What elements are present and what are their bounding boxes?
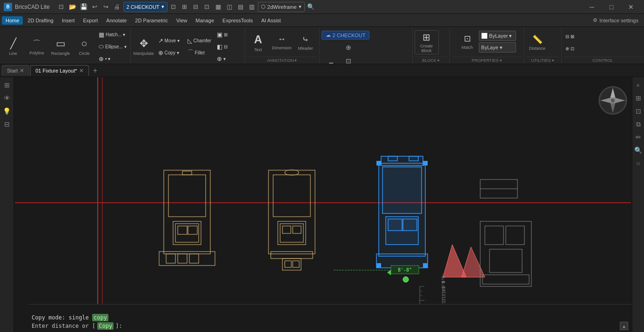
distance-button[interactable]: 📏 Distance	[526, 30, 549, 55]
qa-extra7[interactable]: ▤	[235, 2, 246, 12]
bylaye-arrow: ▾	[500, 45, 503, 51]
dimension-button[interactable]: ↔ Dimension	[271, 30, 293, 55]
ctrl1[interactable]: ⊟⊠	[564, 31, 591, 42]
ctrl2[interactable]: ⊕⊡	[564, 43, 591, 54]
match-icon: ⊡	[464, 33, 471, 44]
menu-2d-drafting[interactable]: 2D Drafting	[24, 16, 57, 25]
file-name: 2 CHECKOUT	[127, 4, 160, 10]
polyline-button[interactable]: ⌒ Polyline	[26, 34, 48, 59]
menu-export[interactable]: Export	[80, 16, 102, 25]
sidebar-btn-panel[interactable]: ⊞	[1, 79, 13, 91]
ellipse-button[interactable]: ⬭ Ellipse... ▾	[97, 41, 128, 52]
menu-annotate[interactable]: Annotate	[102, 16, 130, 25]
mleader-button[interactable]: ⤷ Mleader	[295, 30, 317, 55]
manipulate-button[interactable]: ✥ Manipulate	[133, 34, 155, 59]
minimize-button[interactable]: ─	[583, 0, 601, 14]
modify-more3[interactable]: ⊕ ▾	[215, 53, 243, 64]
copy-button[interactable]: ⊕ Copy ▾	[156, 47, 184, 58]
layer-controls: ⊕ ⊡ ⊟ ⊠	[342, 41, 355, 64]
text-button[interactable]: A Text	[247, 30, 269, 55]
fillet-button[interactable]: ⌒ Fillet	[186, 47, 214, 58]
svg-point-70	[611, 99, 615, 102]
menu-2d-parametric[interactable]: 2D Parametric	[131, 16, 171, 25]
move-icon: ↗	[158, 37, 163, 44]
qa-extra6[interactable]: ◫	[224, 2, 235, 12]
right-sidebar-panel1[interactable]: ⊞	[632, 92, 644, 104]
chamfer-button[interactable]: ◺ Chamfer	[186, 35, 214, 46]
create-block-icon: ⊞	[423, 32, 430, 43]
right-sidebar-panel3[interactable]: ⧉	[632, 118, 644, 130]
properties-section: ⊡ Match ByLayer ▾ ByLaye ▾ PROPERTI	[450, 27, 524, 64]
qa-new[interactable]: ⊡	[56, 2, 67, 12]
bylayer-color-dropdown[interactable]: ByLayer ▾	[479, 31, 516, 41]
canvas-area[interactable]: 8'-8" -8.0 -9.0 -10 -11 -12 -13.0	[14, 77, 632, 332]
rectangle-button[interactable]: ▭ Rectangle	[49, 34, 72, 59]
close-button[interactable]: ✕	[622, 0, 640, 14]
modify-more1[interactable]: ▣ ⊞	[215, 29, 243, 40]
right-sidebar-menu[interactable]: ≡	[632, 79, 644, 91]
tab-fixture-close[interactable]: ✕	[79, 67, 84, 74]
menu-expresstools[interactable]: ExpressTools	[219, 16, 256, 25]
menu-ai-assist[interactable]: AI Assist	[257, 16, 284, 25]
layers-row: ≡ Layers ⊕ ⊡ ⊟ ⊠	[322, 41, 355, 64]
tab-start[interactable]: Start ✕	[2, 65, 29, 76]
match-button[interactable]: ⊡ Match	[457, 32, 477, 52]
tab-start-close[interactable]: ✕	[20, 67, 24, 74]
file-dropdown-arrow: ▾	[161, 4, 164, 10]
menu-home[interactable]: Home	[2, 16, 23, 25]
wireframe-dropdown[interactable]: ⬡ 2dWireframe ▾	[258, 2, 305, 12]
create-block-button[interactable]: ⊞ CreateBlock	[415, 30, 439, 54]
file-dropdown[interactable]: 2 CHECKOUT ▾	[123, 2, 168, 12]
qa-extra1[interactable]: ⊡	[168, 2, 179, 12]
qa-extra5[interactable]: ▦	[213, 2, 223, 12]
block-section: ⊞ CreateBlock BLOCK ▾	[413, 27, 450, 64]
sidebar-btn-minus[interactable]: ⊟	[1, 118, 13, 130]
layer-ctrl2[interactable]: ⊡	[342, 55, 355, 64]
title-bar: B BricsCAD Lite ⊡ 📂 💾 ↩ ↪ 🖨 2 CHECKOUT ▾…	[0, 0, 644, 14]
maximize-button[interactable]: □	[602, 0, 621, 14]
draw-more-button[interactable]: ⊕ • ▾	[97, 53, 128, 64]
qa-redo[interactable]: ↪	[101, 2, 111, 12]
match-label: Match	[462, 45, 473, 50]
property-controls: ByLayer ▾ ByLaye ▾	[479, 31, 516, 53]
menu-insert[interactable]: Insert	[58, 16, 79, 25]
main-toolbar: ╱ Line ⌒ Polyline ▭ Rectangle ○ Circle ▦…	[0, 27, 644, 64]
cmd-scroll-btn[interactable]: ▲	[620, 322, 628, 330]
tab-fixture-layout[interactable]: 01 Fixture Layout* ✕	[30, 65, 88, 76]
layer-ctrl1[interactable]: ⊕	[342, 41, 355, 53]
right-sidebar-search[interactable]: 🔍	[632, 144, 644, 156]
line-button[interactable]: ╱ Line	[2, 34, 24, 59]
layers-button[interactable]: ≡ Layers	[322, 58, 341, 65]
copy-label: Copy ▾	[165, 50, 179, 55]
modify-more2[interactable]: ◧ ⊟	[215, 41, 243, 52]
hatch-button[interactable]: ▦ Hatch... ▾	[97, 29, 128, 40]
right-sidebar-panel2[interactable]: ⊡	[632, 105, 644, 117]
quick-access-toolbar: ⊡ 📂 💾 ↩ ↪ 🖨 2 CHECKOUT ▾ ⊡ ⊞ ⊟ ⊡ ▦ ◫ ▤ ▥…	[56, 2, 316, 12]
qa-open[interactable]: 📂	[67, 2, 78, 12]
circle-button[interactable]: ○ Circle	[73, 34, 95, 59]
right-sidebar-circle[interactable]: ○	[632, 157, 644, 169]
qa-save[interactable]: 💾	[79, 2, 89, 12]
add-tab-button[interactable]: +	[90, 65, 101, 76]
menu-view[interactable]: View	[173, 16, 191, 25]
interface-settings-button[interactable]: ⚙ Interface settings	[589, 16, 642, 25]
qa-undo[interactable]: ↩	[90, 2, 100, 12]
qa-extra8[interactable]: ▥	[247, 2, 257, 12]
search-btn[interactable]: 🔍	[306, 2, 316, 12]
menu-manage[interactable]: Manage	[192, 16, 218, 25]
qa-extra4[interactable]: ⊡	[202, 2, 212, 12]
cad-drawing: 8'-8" -8.0 -9.0 -10 -11 -12 -13.0	[14, 77, 632, 332]
cmd-bracket-copy: Copy	[97, 322, 114, 330]
bylayer-line-dropdown[interactable]: ByLaye ▾	[479, 42, 516, 53]
sidebar-btn-light[interactable]: 💡	[1, 105, 13, 117]
checkout-badge[interactable]: ☁ 2 CHECKOUT	[322, 31, 370, 40]
copy-icon: ⊕	[158, 49, 163, 56]
command-line: Copy mode: single copy Enter distance or…	[28, 304, 632, 332]
sidebar-btn-visibility[interactable]: 👁	[1, 92, 13, 104]
qa-print[interactable]: 🖨	[112, 2, 122, 12]
qa-extra2[interactable]: ⊞	[180, 2, 190, 12]
move-button[interactable]: ↗ Move ▾	[156, 35, 184, 46]
svg-rect-30	[403, 219, 417, 231]
qa-extra3[interactable]: ⊟	[191, 2, 201, 12]
right-sidebar-edit[interactable]: ✏	[632, 131, 644, 143]
